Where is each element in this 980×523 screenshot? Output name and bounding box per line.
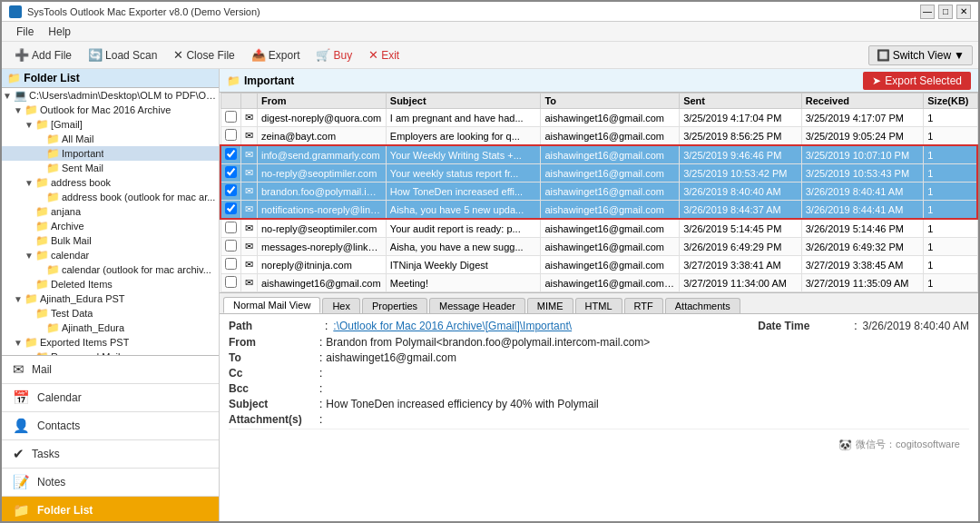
- row-checkbox-cell[interactable]: [220, 145, 241, 164]
- row-checkbox[interactable]: [225, 276, 237, 288]
- tab-mime[interactable]: MIME: [527, 298, 573, 313]
- cc-label: Cc: [229, 367, 319, 380]
- row-checkbox-cell[interactable]: [220, 127, 241, 146]
- col-size[interactable]: Size(KB): [924, 94, 977, 109]
- row-checkbox-cell[interactable]: [220, 183, 241, 201]
- minimize-button[interactable]: —: [920, 5, 935, 19]
- path-value[interactable]: :\Outlook for Mac 2016 Archive\[Gmail]\I…: [333, 320, 572, 332]
- col-subject[interactable]: Subject: [386, 94, 541, 109]
- tree-item[interactable]: 📁anjana: [2, 204, 219, 219]
- row-received: 3/26/2019 8:44:41 AM: [801, 201, 924, 220]
- row-checkbox[interactable]: [225, 240, 237, 252]
- tree-item[interactable]: 📁Ajinath_Edura: [2, 321, 219, 335]
- row-icon-cell: ✉: [241, 238, 258, 256]
- row-checkbox-cell[interactable]: [220, 109, 241, 127]
- table-row[interactable]: ✉ brandon.foo@polymail.inte... How ToneD…: [220, 183, 977, 201]
- cc-value: [322, 367, 969, 380]
- export-button[interactable]: 📤 Export: [244, 44, 308, 65]
- row-checkbox[interactable]: [225, 202, 237, 214]
- row-checkbox[interactable]: [225, 111, 237, 123]
- tree-label: Sent Mail: [60, 163, 103, 173]
- tree-item[interactable]: 📁address book (outlook for mac ar...: [2, 190, 219, 204]
- sidebar-item-tasks[interactable]: ✔Tasks: [2, 440, 219, 469]
- tree-item[interactable]: 📁Archive: [2, 219, 219, 233]
- row-checkbox[interactable]: [225, 148, 237, 160]
- add-file-button[interactable]: ➕ Add File: [7, 44, 79, 65]
- row-checkbox[interactable]: [225, 222, 237, 233]
- menu-file[interactable]: File: [9, 24, 41, 40]
- close-file-icon: ✕: [173, 48, 183, 62]
- table-row[interactable]: ✉ zeina@bayt.com Employers are looking f…: [220, 127, 977, 146]
- contacts-icon: 👤: [13, 418, 30, 434]
- table-row[interactable]: ✉ messages-noreply@linkedin... Aisha, yo…: [220, 238, 977, 256]
- col-sent[interactable]: Sent: [680, 94, 802, 109]
- tree-item[interactable]: 📁calendar (outlook for mac archiv...: [2, 262, 219, 277]
- export-selected-button[interactable]: ➤ Export Selected: [863, 72, 971, 90]
- col-to[interactable]: To: [541, 94, 680, 109]
- menu-help[interactable]: Help: [41, 24, 78, 40]
- tree-item[interactable]: ▼📁Outlook for Mac 2016 Archive: [2, 103, 219, 117]
- tab-hex[interactable]: Hex: [322, 298, 360, 313]
- row-subject: Your Weekly Writing Stats +...: [386, 145, 541, 164]
- watermark-text: 微信号：cogitosoftware: [856, 438, 960, 451]
- tree-item[interactable]: 📁Test Data: [2, 306, 219, 321]
- maximize-button[interactable]: □: [938, 5, 953, 19]
- tree-item[interactable]: ▼📁calendar: [2, 248, 219, 262]
- nav-label: Calendar: [37, 391, 82, 404]
- table-row[interactable]: ✉ aishawinget16@gmail.com Meeting! aisha…: [220, 274, 977, 292]
- sidebar-item-notes[interactable]: 📝Notes: [2, 469, 219, 497]
- tree-item[interactable]: 📁Bulk Mail: [2, 233, 219, 248]
- row-checkbox-cell[interactable]: [220, 238, 241, 256]
- tree-item[interactable]: 📁Sent Mail: [2, 161, 219, 175]
- col-received[interactable]: Received: [801, 94, 924, 109]
- table-row[interactable]: ✉ digest-noreply@quora.com I am pregnant…: [220, 109, 977, 127]
- table-row[interactable]: ✉ noreply@itninja.com ITNinja Weekly Dig…: [220, 256, 977, 274]
- tree-item[interactable]: 📁Deleted Items: [2, 277, 219, 291]
- tree-item[interactable]: ▼📁Ajinath_Edura PST: [2, 291, 219, 306]
- row-to: aishawinget16@gmail.com: [541, 238, 680, 256]
- row-checkbox[interactable]: [225, 166, 237, 178]
- exit-button[interactable]: ✕ Exit: [361, 44, 407, 65]
- row-checkbox-cell[interactable]: [220, 274, 241, 292]
- sidebar-item-mail[interactable]: ✉Mail: [2, 356, 219, 384]
- subject-value: How ToneDen increased efficiency by 40% …: [322, 398, 969, 410]
- row-checkbox[interactable]: [225, 184, 237, 196]
- window-controls[interactable]: — □ ✕: [920, 5, 971, 19]
- tree-item[interactable]: ▼📁[Gmail]: [2, 117, 219, 132]
- tree-item[interactable]: ▼📁Exported Items PST: [2, 335, 219, 350]
- tab-attachments[interactable]: Attachments: [665, 298, 740, 313]
- tab-message-header[interactable]: Message Header: [429, 298, 525, 313]
- sidebar-item-calendar[interactable]: 📅Calendar: [2, 384, 219, 412]
- row-checkbox-cell[interactable]: [220, 256, 241, 274]
- col-from[interactable]: From: [258, 94, 387, 109]
- table-row[interactable]: ✉ info@send.grammarly.com Your Weekly Wr…: [220, 145, 977, 164]
- sidebar-item-folder_list[interactable]: 📁Folder List: [2, 497, 219, 523]
- sidebar-item-contacts[interactable]: 👤Contacts: [2, 412, 219, 440]
- close-button[interactable]: ✕: [956, 5, 971, 19]
- tab-normal-mail-view[interactable]: Normal Mail View: [223, 297, 320, 313]
- row-checkbox[interactable]: [225, 258, 237, 270]
- tab-html[interactable]: HTML: [575, 298, 622, 313]
- tab-rtf[interactable]: RTF: [624, 298, 663, 313]
- email-table-container[interactable]: From Subject To Sent Received Size(KB) ✉…: [220, 93, 978, 292]
- switch-view-button[interactable]: 🔲 Switch View ▼: [868, 45, 973, 65]
- switch-view-chevron: ▼: [954, 49, 965, 62]
- load-scan-button[interactable]: 🔄 Load Scan: [81, 44, 164, 65]
- tree-item[interactable]: 📁All Mail: [2, 132, 219, 146]
- table-row[interactable]: ✉ no-reply@seoptimiler.com Your weekly s…: [220, 164, 977, 183]
- row-checkbox-cell[interactable]: [220, 201, 241, 220]
- row-icon-cell: ✉: [241, 274, 258, 292]
- row-checkbox[interactable]: [225, 129, 237, 141]
- buy-button[interactable]: 🛒 Buy: [309, 44, 359, 65]
- sidebar-tree[interactable]: ▼💻C:\Users\admin\Desktop\OLM to PDF\Outl…: [2, 88, 219, 355]
- tree-item[interactable]: ▼💻C:\Users\admin\Desktop\OLM to PDF\Outl…: [2, 88, 219, 103]
- row-checkbox-cell[interactable]: [220, 164, 241, 183]
- table-row[interactable]: ✉ no-reply@seoptimiler.com Your audit re…: [220, 219, 977, 238]
- preview-path-row: Path : :\Outlook for Mac 2016 Archive\[G…: [229, 320, 969, 332]
- row-checkbox-cell[interactable]: [220, 219, 241, 238]
- tree-item[interactable]: 📁Important: [2, 146, 219, 161]
- tree-item[interactable]: ▼📁address book: [2, 175, 219, 190]
- close-file-button[interactable]: ✕ Close File: [166, 44, 241, 65]
- table-row[interactable]: ✉ notifications-noreply@linke... Aisha, …: [220, 201, 977, 220]
- tab-properties[interactable]: Properties: [362, 298, 427, 313]
